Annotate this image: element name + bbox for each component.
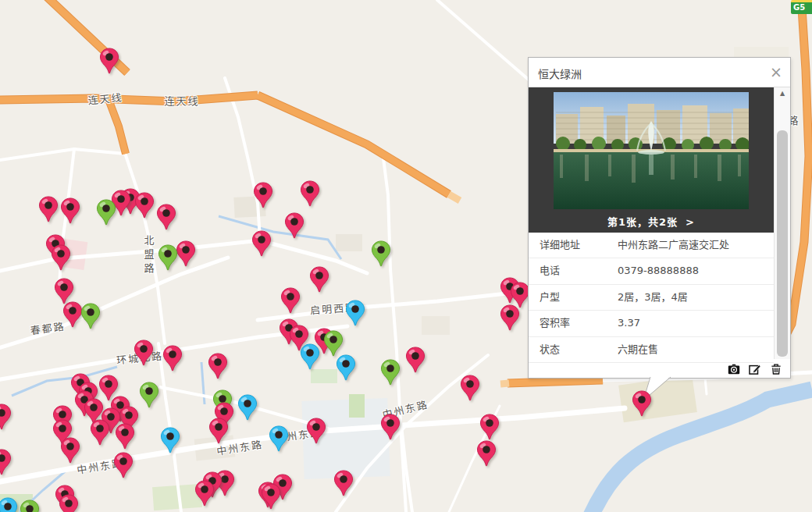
map-pin[interactable]	[380, 359, 401, 387]
map-pin[interactable]	[99, 48, 119, 76]
map-pin[interactable]	[134, 340, 154, 368]
next-photo-arrow[interactable]: >	[686, 216, 695, 228]
camera-icon[interactable]	[728, 364, 740, 375]
map-pin[interactable]	[460, 375, 480, 403]
close-icon[interactable]: ×	[770, 62, 782, 81]
place-info-popup: 恒大绿洲 ×	[528, 57, 791, 379]
map-pin[interactable]	[60, 437, 80, 465]
map-pin[interactable]	[162, 345, 183, 373]
map-pin[interactable]	[0, 449, 12, 477]
map-pin[interactable]	[208, 353, 228, 381]
map-pin[interactable]	[237, 394, 258, 422]
map-pin[interactable]	[158, 244, 178, 272]
popup-header: 恒大绿洲 ×	[529, 58, 790, 87]
popup-title: 恒大绿洲	[538, 66, 582, 81]
detail-value: 2居，3居，4居	[618, 285, 774, 310]
map-pin[interactable]	[309, 266, 329, 294]
scroll-up-icon[interactable]: ▲	[775, 87, 790, 100]
map-pin[interactable]	[139, 382, 159, 410]
map-pin[interactable]	[345, 300, 365, 328]
map-pin[interactable]	[300, 343, 320, 372]
map-pin[interactable]	[20, 500, 40, 512]
map-pin[interactable]	[80, 303, 101, 331]
map-pin[interactable]	[156, 204, 176, 232]
road-label: 连天线	[164, 93, 199, 108]
map-pin[interactable]	[160, 427, 180, 455]
map-pin[interactable]	[60, 197, 80, 226]
map-pin[interactable]	[194, 480, 215, 508]
photo-counter: 第1张，共2张	[607, 216, 678, 228]
popup-scrollbar[interactable]: ▲	[774, 87, 790, 359]
map-pin[interactable]	[300, 180, 320, 208]
detail-row: 电话0379-88888888	[529, 258, 774, 284]
detail-row: 详细地址中州东路二广高速交汇处	[529, 233, 774, 258]
map-pin[interactable]	[96, 199, 116, 227]
detail-row: 户型2居，3居，4居	[529, 285, 774, 311]
map-pin[interactable]	[59, 494, 79, 512]
map-pin[interactable]	[261, 483, 281, 511]
map-pin[interactable]	[176, 240, 196, 268]
map-pin[interactable]	[253, 182, 273, 210]
map-pin[interactable]	[90, 419, 110, 447]
detail-value: 0379-88888888	[618, 258, 774, 283]
road-label: 北盟路	[141, 235, 156, 277]
map-pin[interactable]	[113, 452, 134, 480]
map-application: 连天线连天线北盟路春都路环城北路启明西路中州东路中州东路中州东路中州东路路 G5…	[0, 0, 812, 512]
map-pin[interactable]	[476, 440, 497, 468]
map-pin[interactable]	[371, 240, 391, 268]
map-pin[interactable]	[284, 212, 304, 240]
detail-label: 电话	[540, 258, 618, 283]
map-pin[interactable]	[500, 304, 520, 332]
detail-label: 详细地址	[540, 233, 618, 258]
map-pin[interactable]	[0, 497, 18, 512]
map-pin[interactable]	[269, 425, 289, 453]
map-pin[interactable]	[333, 470, 354, 498]
map-pin[interactable]	[251, 230, 272, 258]
map-pin[interactable]	[51, 244, 71, 272]
popup-body: 第1张，共2张> 详细地址中州东路二广高速交汇处电话0379-88888888户…	[529, 87, 790, 379]
map-pin[interactable]	[405, 347, 426, 375]
photo-caption: 第1张，共2张>	[529, 214, 774, 229]
detail-label: 容积率	[540, 311, 618, 336]
detail-value: 中州东路二广高速交汇处	[618, 233, 774, 258]
map-pin[interactable]	[479, 414, 500, 442]
map-pin[interactable]	[38, 196, 59, 224]
map-pin[interactable]	[0, 404, 12, 432]
map-pin[interactable]	[380, 414, 401, 442]
selected-map-pin[interactable]	[632, 390, 652, 418]
detail-row: 容积率3.37	[529, 311, 774, 336]
map-pin[interactable]	[134, 192, 155, 220]
property-photo[interactable]	[554, 92, 749, 209]
edit-icon[interactable]	[749, 364, 761, 375]
map-pin[interactable]	[115, 423, 135, 451]
map-pin[interactable]	[208, 418, 229, 446]
map-pin[interactable]	[306, 418, 326, 446]
detail-label: 户型	[540, 285, 618, 310]
photo-carousel[interactable]: 第1张，共2张>	[529, 87, 774, 233]
detail-table: 详细地址中州东路二广高速交汇处电话0379-88888888户型2居，3居，4居…	[529, 233, 774, 363]
map-pin[interactable]	[280, 287, 301, 315]
detail-value: 3.37	[618, 311, 774, 336]
map-pin[interactable]	[336, 354, 356, 382]
scrollbar-thumb[interactable]	[777, 130, 788, 357]
trash-icon[interactable]	[770, 364, 782, 375]
highway-shield-g5: G5	[791, 0, 812, 14]
